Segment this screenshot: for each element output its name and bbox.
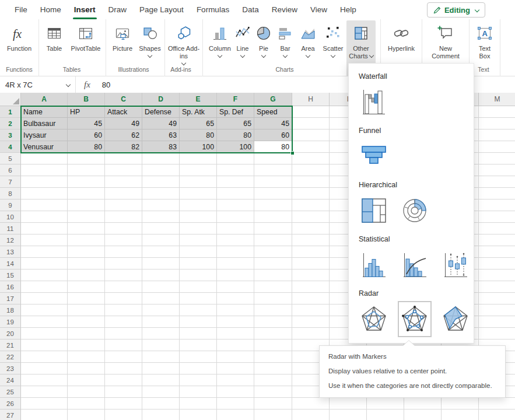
row-header-16[interactable]: 16: [0, 281, 21, 293]
row-header-3[interactable]: 3: [0, 130, 21, 141]
cell-F2[interactable]: 65: [217, 118, 254, 130]
row-header-21[interactable]: 21: [0, 340, 21, 351]
cell-F1[interactable]: Sp. Def: [217, 106, 254, 118]
cell-F3[interactable]: 80: [217, 130, 254, 141]
tab-formulas[interactable]: Formulas: [190, 0, 236, 19]
row-header-12[interactable]: 12: [0, 235, 21, 246]
row-header-27[interactable]: 27: [0, 410, 21, 420]
chart-type-histogram[interactable]: [357, 247, 391, 283]
row-header-23[interactable]: 23: [0, 363, 21, 374]
chart-type-sunburst[interactable]: [398, 192, 432, 229]
column-header-H[interactable]: H: [292, 93, 330, 106]
row-header-18[interactable]: 18: [0, 304, 21, 316]
cell-D3[interactable]: 63: [142, 130, 180, 141]
row-header-22[interactable]: 22: [0, 351, 21, 363]
table-label: Table: [47, 45, 62, 52]
tab-page-layout[interactable]: Page Layout: [133, 0, 190, 19]
cell-D2[interactable]: 49: [142, 118, 180, 130]
picture-icon: [114, 23, 131, 44]
row-header-24[interactable]: 24: [0, 374, 21, 386]
cell-A3[interactable]: Ivysaur: [21, 130, 68, 141]
row-header-1[interactable]: 1: [0, 106, 21, 118]
row-header-9[interactable]: 9: [0, 200, 21, 211]
line-chart-button[interactable]: Line: [232, 20, 253, 76]
row-header-2[interactable]: 2: [0, 118, 21, 130]
tab-insert[interactable]: Insert: [68, 0, 102, 19]
row-header-6[interactable]: 6: [0, 164, 21, 176]
area-chart-icon: [299, 23, 317, 44]
chart-type-funnel[interactable]: [357, 138, 391, 174]
tab-help[interactable]: Help: [334, 0, 363, 19]
line-label: Line: [237, 45, 249, 52]
tab-home[interactable]: Home: [34, 0, 68, 19]
cell-G4[interactable]: 80: [254, 141, 292, 153]
pie-chart-button[interactable]: Pie: [253, 20, 274, 76]
cell-A1[interactable]: Name: [21, 106, 68, 118]
row-header-11[interactable]: 11: [0, 223, 21, 235]
cell-C1[interactable]: Attack: [105, 106, 142, 118]
chart-type-treemap[interactable]: [357, 192, 391, 229]
row-header-15[interactable]: 15: [0, 270, 21, 281]
row-header-13[interactable]: 13: [0, 246, 21, 258]
tab-data[interactable]: Data: [236, 0, 265, 19]
cell-A2[interactable]: Bulbasaur: [21, 118, 68, 130]
cell-E4[interactable]: 100: [180, 141, 217, 153]
cell-E3[interactable]: 80: [180, 130, 217, 141]
tab-view[interactable]: View: [304, 0, 334, 19]
cell-B3[interactable]: 60: [68, 130, 105, 141]
row-header-17[interactable]: 17: [0, 293, 21, 304]
chart-type-filled-radar[interactable]: [439, 301, 472, 337]
cell-A4[interactable]: Venusaur: [21, 141, 68, 153]
row-header-20[interactable]: 20: [0, 328, 21, 340]
cell-B4[interactable]: 80: [68, 141, 105, 153]
cell-C4[interactable]: 82: [105, 141, 142, 153]
row-header-5[interactable]: 5: [0, 153, 21, 164]
tooltip-notch-fill: [403, 341, 415, 346]
editing-mode-button[interactable]: Editing: [427, 2, 485, 18]
tab-review[interactable]: Review: [265, 0, 304, 19]
column-header-C[interactable]: C: [105, 93, 142, 106]
cell-D1[interactable]: Defense: [142, 106, 180, 118]
row-header-7[interactable]: 7: [0, 176, 21, 188]
column-header-F[interactable]: F: [217, 93, 254, 106]
select-all-corner[interactable]: [0, 93, 21, 106]
scatter-chart-button[interactable]: Scatter: [320, 20, 346, 76]
column-chart-button[interactable]: Column: [208, 20, 232, 76]
cell-G1[interactable]: Speed: [254, 106, 292, 118]
row-header-19[interactable]: 19: [0, 316, 21, 328]
cell-F4[interactable]: 100: [217, 141, 254, 153]
chart-type-pareto[interactable]: [398, 247, 432, 283]
tab-file[interactable]: File: [8, 0, 34, 19]
cell-G3[interactable]: 60: [254, 130, 292, 141]
column-header-G[interactable]: G: [254, 93, 292, 106]
cell-E2[interactable]: 65: [180, 118, 217, 130]
cell-E1[interactable]: Sp. Atk: [180, 106, 217, 118]
formula-input[interactable]: 80: [102, 80, 110, 89]
row-header-14[interactable]: 14: [0, 258, 21, 270]
row-header-26[interactable]: 26: [0, 398, 21, 410]
cell-B1[interactable]: HP: [68, 106, 105, 118]
chart-type-box-and-whisker[interactable]: [439, 247, 472, 283]
row-header-4[interactable]: 4: [0, 141, 21, 153]
cell-C3[interactable]: 62: [105, 130, 142, 141]
row-header-8[interactable]: 8: [0, 188, 21, 200]
name-box[interactable]: 4R x 7C: [0, 76, 76, 93]
column-header-A[interactable]: A: [21, 93, 68, 106]
area-chart-button[interactable]: Area: [296, 20, 320, 76]
column-header-B[interactable]: B: [68, 93, 105, 106]
column-header-E[interactable]: E: [180, 93, 217, 106]
cell-G2[interactable]: 45: [254, 118, 292, 130]
chart-type-radar[interactable]: [357, 301, 391, 337]
row-header-10[interactable]: 10: [0, 211, 21, 223]
pie-label: Pie: [259, 45, 268, 52]
tab-draw[interactable]: Draw: [102, 0, 134, 19]
fill-handle[interactable]: [290, 151, 295, 155]
cell-B2[interactable]: 45: [68, 118, 105, 130]
cell-D4[interactable]: 83: [142, 141, 180, 153]
chart-type-radar-with-markers[interactable]: [398, 301, 432, 337]
cell-C2[interactable]: 49: [105, 118, 142, 130]
column-header-M[interactable]: M: [479, 93, 515, 106]
chart-type-waterfall[interactable]: [357, 84, 391, 120]
column-header-D[interactable]: D: [142, 93, 180, 106]
row-header-25[interactable]: 25: [0, 386, 21, 398]
